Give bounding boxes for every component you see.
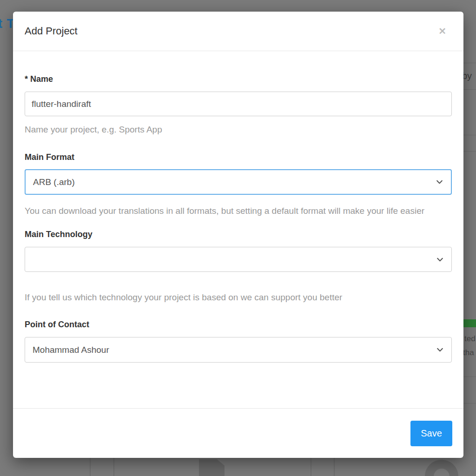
modal-footer: Save [13,408,463,458]
background-divider [463,135,476,135]
background-divider [463,89,476,90]
name-input[interactable] [25,92,452,116]
add-project-modal: Add Project ✕ * Name Name your project, … [13,12,463,458]
chevron-down-icon [436,346,444,354]
chevron-down-icon [436,178,443,186]
modal-title: Add Project [25,25,78,37]
background-column-divider [334,458,335,476]
main-format-select[interactable]: ARB (.arb) [25,169,452,195]
background-column-divider [90,458,91,476]
main-format-label: Main Format [25,152,452,163]
background-divider [463,63,476,63]
main-format-selected-value: ARB (.arb) [33,177,75,187]
name-field-group: * Name Name your project, e.g. Sports Ap… [25,73,452,136]
save-button[interactable]: Save [410,421,452,446]
main-technology-select[interactable] [25,247,452,272]
background-text-fragment: ted [464,334,476,344]
name-help-text: Name your project, e.g. Sports App [25,124,452,136]
main-format-field-group: Main Format ARB (.arb) You can download … [25,152,452,220]
background-column-divider [113,458,114,476]
point-of-contact-label: Point of Contact [25,319,452,331]
background-divider [463,377,476,377]
background-divider [463,151,476,152]
point-of-contact-select[interactable]: Mohammad Ashour [25,337,452,363]
point-of-contact-selected-value: Mohammad Ashour [33,345,109,355]
modal-body: * Name Name your project, e.g. Sports Ap… [13,51,463,408]
main-technology-label: Main Technology [25,229,452,240]
main-technology-help-text: If you tell us which technology your pro… [25,291,452,304]
main-technology-field-group: Main Technology If you tell us which tec… [25,229,452,304]
background-divider [463,403,476,403]
background-text-fragment: tha [463,348,474,357]
file-icon [199,459,225,476]
main-format-help-text: You can download your translations in al… [25,202,449,220]
background-column-divider [311,458,311,476]
background-sortby-fragment: by [462,71,472,81]
close-icon[interactable]: ✕ [438,26,446,36]
modal-header: Add Project ✕ [13,12,463,51]
point-of-contact-field-group: Point of Contact Mohammad Ashour [25,319,452,363]
name-label: * Name [25,73,452,85]
background-logo-shape [425,460,458,476]
background-progress-bar [463,319,476,327]
chevron-down-icon [436,256,444,264]
